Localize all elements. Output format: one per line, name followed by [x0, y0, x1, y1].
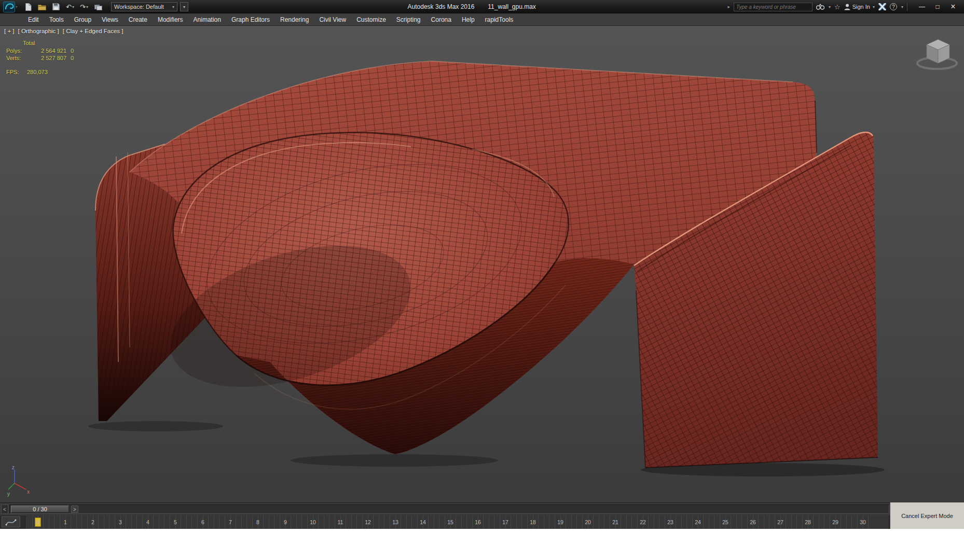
frame-tick-label[interactable]: 5 — [170, 519, 181, 525]
frame-tick-label[interactable]: 27 — [775, 519, 786, 525]
save-file-button[interactable] — [50, 2, 62, 12]
time-slider-track[interactable]: 0 / 30 > — [9, 505, 889, 514]
search-options-caret-icon[interactable]: ▾ — [829, 5, 831, 9]
frame-tick-label[interactable]: 2 — [87, 519, 99, 525]
menu-item[interactable]: Create — [123, 13, 153, 26]
frame-tick-label[interactable]: 22 — [637, 519, 649, 525]
frame-tick-label[interactable]: 20 — [582, 519, 594, 525]
z-axis-label: z — [12, 465, 15, 470]
open-file-button[interactable] — [36, 2, 48, 12]
infocenter-search — [734, 3, 812, 11]
track-bar: 0123456789101112131415161718192021222324… — [0, 515, 964, 529]
minimize-button[interactable]: — — [914, 1, 930, 12]
window-title: Autodesk 3ds Max 2016 11_wall_gpu.max — [408, 0, 536, 13]
menu-item[interactable]: Civil View — [314, 13, 351, 26]
workspace-selector[interactable]: Workspace: Default ▾ — [111, 2, 177, 11]
frame-tick-label[interactable]: 16 — [472, 519, 484, 525]
menu-item[interactable]: Customize — [351, 13, 391, 26]
viewport-shading-menu[interactable]: [ Clay + Edged Faces ] — [63, 28, 123, 34]
frame-tick-label[interactable]: 17 — [500, 519, 511, 525]
frame-tick-label[interactable]: 7 — [225, 519, 236, 525]
title-bar: ↶ ▾ ↷ ▾ Workspace: Default ▾ ▾ Autodesk … — [0, 0, 964, 13]
x-axis-label: x — [27, 489, 30, 495]
minimize-icon: — — [919, 3, 925, 10]
redo-button[interactable]: ↷ ▾ — [78, 2, 90, 12]
viewport-pov-menu[interactable]: [ Orthographic ] — [18, 28, 59, 34]
frame-tick-label[interactable]: 6 — [197, 519, 209, 525]
frame-tick-label[interactable]: 4 — [142, 519, 154, 525]
frame-tick-label[interactable]: 21 — [610, 519, 621, 525]
project-folder-button[interactable] — [92, 2, 104, 12]
menu-item[interactable]: Tools — [44, 13, 69, 26]
search-button[interactable] — [816, 4, 824, 10]
workspace-options-button[interactable]: ▾ — [180, 2, 188, 11]
titlebar-separator — [907, 3, 907, 11]
frame-tick-label[interactable]: 9 — [280, 519, 291, 525]
menu-item[interactable]: Modifiers — [153, 13, 188, 26]
help-button[interactable]: ? — [890, 3, 897, 10]
time-slider-handle[interactable]: 0 / 30 — [11, 506, 69, 513]
app-menu-button[interactable] — [3, 2, 19, 12]
viewport[interactable]: z x y [ + ] [ Orthographic ] [ Clay + Ed… — [0, 26, 964, 502]
communication-center-button[interactable] — [878, 3, 886, 10]
frame-tick-label[interactable]: 24 — [692, 519, 704, 525]
scene-canvas[interactable]: z x y — [0, 26, 964, 502]
maximize-button[interactable]: □ — [930, 1, 945, 12]
menu-item[interactable]: Group — [69, 13, 97, 26]
previous-frame-button[interactable]: < — [1, 505, 8, 514]
next-frame-button[interactable]: > — [71, 506, 78, 513]
viewcube[interactable] — [917, 39, 957, 69]
undo-button[interactable]: ↶ ▾ — [64, 2, 76, 12]
search-input[interactable] — [736, 4, 810, 10]
frame-tick-label[interactable]: 0 — [32, 519, 44, 525]
help-question-icon: ? — [892, 4, 895, 10]
frame-tick-label[interactable]: 3 — [115, 519, 126, 525]
sign-in-button[interactable]: Sign In ▾ — [844, 4, 875, 10]
model-3d[interactable] — [88, 61, 885, 477]
frame-tick-label[interactable]: 11 — [335, 519, 346, 525]
frame-tick-label[interactable]: 25 — [720, 519, 731, 525]
menu-item[interactable]: Edit — [23, 13, 44, 26]
menu-item[interactable]: Views — [97, 13, 123, 26]
help-caret-icon[interactable]: ▾ — [901, 5, 903, 9]
menu-item[interactable]: Corona — [426, 13, 457, 26]
frame-tick-label[interactable]: 14 — [417, 519, 429, 525]
fps-row: FPS: 280,073 — [6, 68, 77, 76]
frame-tick-label[interactable]: 1 — [60, 519, 71, 525]
menu-item[interactable]: Help — [457, 13, 480, 26]
timeline-ruler[interactable]: 0123456789101112131415161718192021222324… — [25, 515, 889, 529]
viewport-label: [ + ] [ Orthographic ] [ Clay + Edged Fa… — [4, 28, 123, 34]
cancel-expert-mode-button[interactable]: Cancel Expert Mode — [901, 513, 953, 519]
frame-tick-label[interactable]: 18 — [527, 519, 539, 525]
undo-caret-icon: ▾ — [72, 5, 74, 9]
frame-tick-label[interactable]: 12 — [362, 519, 374, 525]
favorites-button[interactable]: ☆ — [834, 3, 841, 11]
frame-tick-label[interactable]: 28 — [802, 519, 814, 525]
frame-readout: 0 / 30 — [33, 506, 47, 512]
workspace-label: Workspace: Default — [114, 4, 164, 10]
frame-tick-label[interactable]: 15 — [445, 519, 456, 525]
frame-tick-label[interactable]: 23 — [665, 519, 676, 525]
frame-tick-label[interactable]: 26 — [747, 519, 759, 525]
world-axis-gizmo: z x y — [7, 465, 30, 497]
floor-shadow — [291, 454, 498, 467]
menu-item[interactable]: Rendering — [275, 13, 314, 26]
menu-item[interactable]: Animation — [188, 13, 226, 26]
frame-tick-label[interactable]: 10 — [307, 519, 319, 525]
search-history-icon[interactable]: ▸ — [728, 4, 731, 9]
y-axis — [8, 483, 15, 489]
frame-tick-label[interactable]: 29 — [830, 519, 841, 525]
frame-tick-label[interactable]: 19 — [555, 519, 566, 525]
new-scene-button[interactable] — [22, 2, 34, 12]
menu-item[interactable]: Graph Editors — [226, 13, 275, 26]
viewport-general-menu[interactable]: [ + ] — [4, 28, 15, 34]
frame-tick-label[interactable]: 8 — [252, 519, 264, 525]
stats-rows: Polys: 2 564 921 0 Verts: 2 527 807 0 — [6, 47, 77, 62]
new-document-icon — [25, 3, 32, 11]
close-button[interactable]: × — [945, 1, 961, 12]
menu-item[interactable]: rapidTools — [480, 13, 519, 26]
menu-item[interactable]: Scripting — [391, 13, 426, 26]
frame-tick-label[interactable]: 30 — [857, 519, 869, 525]
frame-tick-label[interactable]: 13 — [390, 519, 401, 525]
mini-curve-editor-button[interactable] — [2, 516, 20, 527]
